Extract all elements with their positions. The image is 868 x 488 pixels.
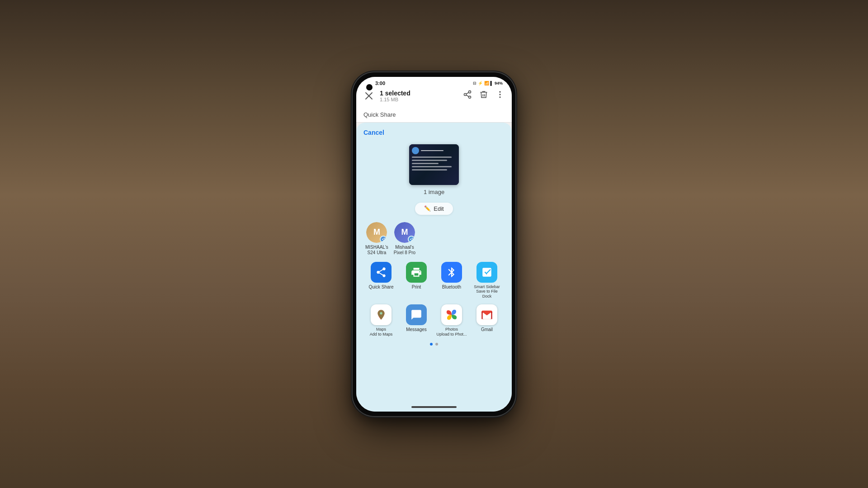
messages-label: Messages — [406, 327, 427, 332]
top-bar-title: 1 selected 1.15 MB — [380, 90, 410, 102]
page-dot-2 — [435, 343, 438, 346]
signal-icon: ▌ — [491, 81, 493, 85]
edit-button[interactable]: ✏️ Edit — [415, 203, 453, 215]
svg-point-7 — [499, 91, 500, 93]
contact-name-2: Mishaal'sPixel 8 Pro — [394, 245, 415, 256]
battery-level: 94% — [495, 81, 503, 85]
file-size: 1.15 MB — [380, 97, 410, 102]
thumb-text-4 — [412, 166, 452, 167]
app-maps[interactable]: MapsAdd to Maps — [365, 304, 397, 337]
camera-cutout — [366, 84, 373, 90]
quick-share-label: Quick Share — [368, 284, 393, 290]
bluetooth-status-icon: ⚡ — [478, 81, 483, 85]
thumbnail-inner — [409, 144, 459, 185]
contact-badge-2 — [408, 236, 415, 243]
top-bar-left: 1 selected 1.15 MB — [363, 90, 410, 102]
quick-share-app-icon — [371, 262, 392, 283]
phone-screen: 3:00 ⊟ ⚡ 📶 ▌ 94% — [356, 77, 512, 412]
contacts-row: M MISHAAL'sS24 Ultra — [365, 218, 503, 259]
gmail-app-icon — [476, 304, 497, 325]
notification-icon: ⊟ — [473, 81, 476, 85]
maps-label: MapsAdd to Maps — [370, 327, 393, 337]
screen-content: 3:00 ⊟ ⚡ 📶 ▌ 94% — [356, 77, 512, 412]
image-thumbnail — [409, 144, 459, 185]
quick-share-header: Quick Share — [356, 106, 512, 123]
thumb-text-2 — [412, 160, 447, 161]
photos-label: PhotosUpload to Phot... — [436, 327, 467, 337]
thumb-text-5 — [412, 169, 447, 171]
home-indicator[interactable] — [356, 403, 512, 412]
image-count: 1 image — [424, 189, 444, 195]
bluetooth-app-icon — [441, 262, 462, 283]
thumb-text-3 — [412, 163, 439, 164]
smart-sidebar-label: Smart SidebarSave to File Dock — [471, 284, 503, 299]
selected-count: 1 selected — [380, 90, 410, 97]
maps-app-icon — [371, 304, 392, 325]
wifi-icon: 📶 — [484, 81, 489, 85]
apps-row-2: MapsAdd to Maps Messages — [363, 302, 505, 340]
svg-point-4 — [469, 96, 471, 98]
contact-name-1: MISHAAL'sS24 Ultra — [365, 245, 388, 256]
edit-label: Edit — [434, 205, 443, 212]
status-time: 3:00 — [375, 81, 385, 86]
gmail-label: Gmail — [481, 327, 493, 332]
page-dots — [363, 339, 505, 348]
svg-line-5 — [466, 95, 469, 96]
smart-sidebar-app-icon — [476, 262, 497, 283]
quick-share-label: Quick Share — [363, 111, 396, 118]
cancel-button[interactable]: Cancel — [363, 128, 505, 137]
thumb-text-1 — [412, 156, 452, 158]
bluetooth-label: Bluetooth — [442, 284, 461, 290]
print-app-icon — [406, 262, 427, 283]
messages-app-icon — [406, 304, 427, 325]
app-quick-share[interactable]: Quick Share — [365, 262, 397, 299]
page-dot-1 — [430, 343, 433, 346]
svg-rect-12 — [481, 312, 482, 319]
home-bar — [411, 406, 457, 408]
print-label: Print — [412, 284, 421, 290]
share-sheet-inner: Cancel — [356, 123, 512, 354]
share-icon[interactable] — [463, 90, 472, 101]
svg-line-6 — [466, 92, 469, 94]
top-action-bar: 1 selected 1.15 MB — [356, 88, 512, 106]
status-icons: ⊟ ⚡ 📶 ▌ 94% — [473, 81, 503, 85]
close-button[interactable] — [363, 90, 374, 101]
contact-avatar-2: M — [394, 222, 415, 243]
contact-avatar-1: M — [366, 222, 387, 243]
app-bluetooth[interactable]: Bluetooth — [436, 262, 467, 299]
edit-icon: ✏️ — [424, 205, 431, 212]
app-messages[interactable]: Messages — [401, 304, 432, 337]
svg-point-8 — [499, 94, 500, 95]
more-icon[interactable] — [495, 90, 505, 101]
app-print[interactable]: Print — [401, 262, 432, 299]
contact-badge-1 — [380, 236, 387, 243]
svg-point-9 — [499, 96, 500, 98]
share-sheet: Cancel — [356, 123, 512, 403]
photos-app-icon — [441, 304, 462, 325]
top-bar-actions — [463, 90, 505, 101]
svg-point-3 — [464, 94, 467, 96]
svg-rect-13 — [491, 312, 492, 319]
phone-device: 3:00 ⊟ ⚡ 📶 ▌ 94% — [353, 72, 515, 416]
status-bar: 3:00 ⊟ ⚡ 📶 ▌ 94% — [356, 77, 512, 88]
apps-row-1: Quick Share Print — [363, 259, 505, 302]
contact-mishaal-pixel[interactable]: M Mishaal'sPixel 8 Pro — [394, 222, 415, 256]
contact-mishaal-s24[interactable]: M MISHAAL'sS24 Ultra — [365, 222, 388, 256]
svg-point-2 — [469, 91, 471, 93]
image-preview-section: 1 image — [363, 137, 505, 199]
app-smart-sidebar[interactable]: Smart SidebarSave to File Dock — [471, 262, 503, 299]
delete-icon[interactable] — [479, 90, 488, 101]
edit-button-wrapper: ✏️ Edit — [363, 203, 505, 215]
app-gmail[interactable]: Gmail — [471, 304, 503, 337]
app-photos[interactable]: PhotosUpload to Phot... — [436, 304, 467, 337]
